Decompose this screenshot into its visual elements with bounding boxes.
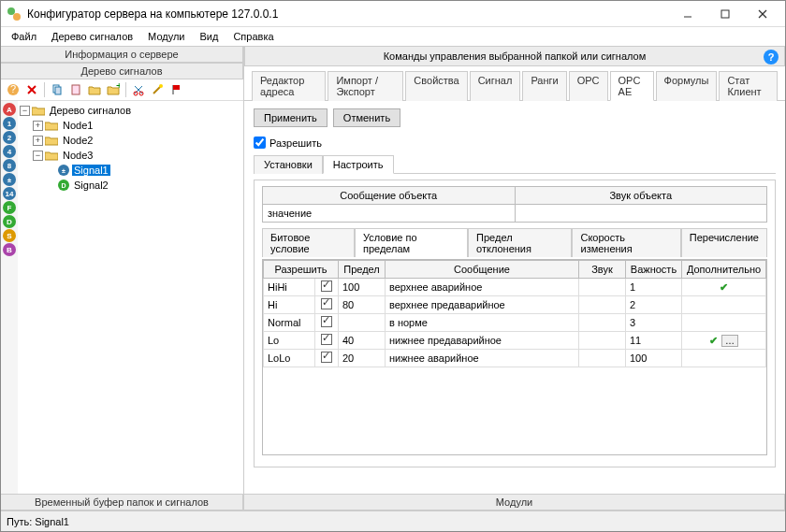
limit-msg-cell[interactable]: верхнее предаварийное [386,296,579,314]
expander-icon[interactable]: + [33,136,43,146]
limit-sound-cell[interactable] [579,314,626,332]
side-icon[interactable]: D [3,215,16,228]
subtab-configure[interactable]: Настроить [323,155,394,174]
copy-icon[interactable] [49,81,66,98]
limit-row[interactable]: Lo40нижнее предаварийное11✔… [264,332,766,350]
side-icon[interactable]: F [3,201,16,214]
limit-sound-cell[interactable] [579,296,626,314]
side-icon[interactable]: 4 [3,145,16,158]
checkbox-icon[interactable] [321,334,332,345]
tree-node[interactable]: + Node2 [20,133,241,148]
limit-additional-cell[interactable]: ✔… [682,332,766,350]
modules-header[interactable]: Модули [244,494,785,510]
buffer-header[interactable]: Временный буфер папок и сигналов [1,494,243,510]
limit-sound-cell[interactable] [579,279,626,296]
condtab-rate[interactable]: Скорость изменения [572,228,680,257]
limit-importance-cell[interactable]: 1 [626,279,682,296]
limit-allow-cell[interactable] [315,279,339,296]
maximize-button[interactable] [706,3,744,25]
tree-root[interactable]: − Дерево сигналов [20,103,241,118]
condtab-enum[interactable]: Перечисление [681,228,767,257]
server-info-header[interactable]: Информация о сервере [1,46,243,63]
limit-msg-cell[interactable]: нижнее предаварийное [386,332,579,350]
expander-icon[interactable]: + [33,121,43,131]
side-icon[interactable]: 2 [3,131,16,144]
menu-view[interactable]: Вид [194,29,226,44]
side-icon[interactable]: S [3,229,16,242]
condtab-deviation[interactable]: Предел отклонения [468,228,572,257]
tab-formulas[interactable]: Формулы [656,71,718,101]
limit-additional-cell[interactable] [682,314,766,332]
condtab-limits[interactable]: Условие по пределам [355,228,468,257]
limit-additional-cell[interactable]: ✔ [682,279,766,296]
tree-signal[interactable]: D Signal2 [20,178,241,193]
checkbox-icon[interactable] [321,316,332,327]
tree-signal[interactable]: ± Signal1 [20,163,241,178]
limit-limit-cell[interactable]: 100 [339,279,386,296]
limit-importance-cell[interactable]: 3 [626,314,682,332]
delete-icon[interactable] [23,81,40,98]
menu-modules[interactable]: Модули [141,29,191,44]
cut-icon[interactable] [130,81,147,98]
limit-limit-cell[interactable] [339,314,386,332]
side-icon[interactable]: 14 [3,187,16,200]
signal-tree-header[interactable]: Дерево сигналов [1,63,243,79]
menu-signals[interactable]: Дерево сигналов [45,29,139,44]
expander-icon[interactable]: − [20,106,30,116]
cancel-button[interactable]: Отменить [333,108,400,127]
limit-limit-cell[interactable]: 80 [339,296,386,314]
wand-icon[interactable] [149,81,166,98]
limit-allow-cell[interactable] [315,332,339,350]
limit-row[interactable]: HiHi100верхнее аварийное1✔ [264,279,766,296]
tree-view[interactable]: − Дерево сигналов + Node1 + Node2 − [18,101,243,494]
ellipsis-button[interactable]: … [721,335,738,347]
limit-importance-cell[interactable]: 2 [626,296,682,314]
side-icon[interactable]: 8 [3,159,16,172]
flag-icon[interactable] [167,81,184,98]
limit-additional-cell[interactable] [682,296,766,314]
limit-allow-cell[interactable] [315,350,339,367]
side-icon[interactable]: B [3,243,16,256]
tab-signal[interactable]: Сигнал [470,71,521,101]
checkbox-icon[interactable] [321,298,332,309]
limit-sound-cell[interactable] [579,332,626,350]
allow-checkbox[interactable] [254,137,266,149]
side-icon[interactable]: ± [3,173,16,186]
limit-importance-cell[interactable]: 11 [626,332,682,350]
tab-stat-client[interactable]: Стат Клиент [719,71,778,101]
limit-msg-cell[interactable]: нижнее аварийное [386,350,579,367]
limit-sound-cell[interactable] [579,350,626,367]
apply-button[interactable]: Применить [254,108,328,127]
add-folder-icon[interactable]: + [105,81,122,98]
expander-icon[interactable]: − [33,151,43,161]
limit-allow-cell[interactable] [315,296,339,314]
side-icon[interactable]: A [3,103,16,116]
tree-node[interactable]: − Node3 [20,148,241,163]
checkbox-icon[interactable] [321,352,332,363]
limit-limit-cell[interactable]: 20 [339,350,386,367]
help-icon[interactable]: ? [5,81,22,98]
limit-row[interactable]: Hi80верхнее предаварийное2 [264,296,766,314]
tree-node[interactable]: + Node1 [20,118,241,133]
close-button[interactable] [744,3,781,25]
paste-icon[interactable] [67,81,84,98]
limit-limit-cell[interactable]: 40 [339,332,386,350]
tab-ranges[interactable]: Ранги [522,71,566,101]
limit-importance-cell[interactable]: 100 [626,350,682,367]
subtab-settings[interactable]: Установки [254,155,323,174]
tab-opc-ae[interactable]: OPC AE [610,71,654,101]
side-icon[interactable]: 1 [3,117,16,130]
limit-msg-cell[interactable]: верхнее аварийное [386,279,579,296]
tab-properties[interactable]: Свойства [405,71,467,101]
obj-msg-cell[interactable]: значение [263,205,516,223]
folder-icon[interactable] [86,81,103,98]
allow-checkbox-row[interactable]: Разрешить [254,137,776,149]
condtab-bit[interactable]: Битовое условие [262,228,355,257]
tab-import-export[interactable]: Импорт / Экспорт [328,71,403,101]
tab-address[interactable]: Редактор адреса [252,71,326,101]
checkbox-icon[interactable] [321,280,332,292]
minimize-button[interactable] [669,3,706,25]
help-badge-icon[interactable]: ? [764,50,779,65]
limit-row[interactable]: Normalв норме3 [264,314,766,332]
limit-additional-cell[interactable] [682,350,766,367]
